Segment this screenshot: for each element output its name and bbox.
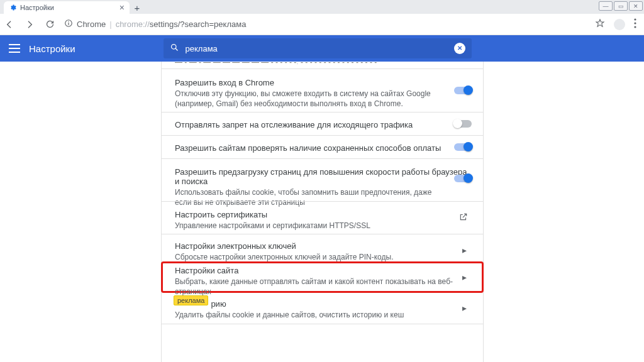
site-info-icon[interactable] (64, 19, 73, 30)
menu-icon[interactable] (634, 18, 636, 30)
toggle-chrome-signin[interactable] (454, 87, 472, 94)
row-chrome-signin-desc: Отключив эту функцию, вы сможете входить… (175, 89, 439, 109)
toggle-payments[interactable] (454, 143, 472, 151)
svg-point-3 (634, 18, 636, 20)
row-dnt-title: Отправлять запрет на отслеживание для ис… (175, 120, 470, 129)
toggle-preload[interactable] (454, 175, 472, 182)
window-minimize-icon[interactable]: — (599, 1, 613, 11)
page-title: Настройки (29, 43, 75, 54)
tab-title: Настройки (20, 4, 54, 11)
row-clear-title-suffix: рию (211, 299, 226, 309)
row-certs-title: Настроить сертификаты (175, 210, 470, 219)
chevron-right-icon: ▸ (462, 245, 467, 255)
row-preload-desc: Использовать файлы cookie, чтобы запомни… (175, 187, 439, 207)
star-icon[interactable] (595, 18, 605, 30)
addr-url: chrome://settings/?search=реклама (116, 19, 247, 29)
toggle-dnt[interactable] (454, 120, 472, 128)
external-link-icon (459, 212, 468, 223)
tab-bar: Настройки × + (0, 0, 644, 14)
row-clear-data[interactable]: реклама рию Удалить файлы cookie и данны… (175, 299, 470, 320)
window-close-icon[interactable]: ✕ (629, 1, 643, 11)
clear-search-button[interactable]: ✕ (454, 43, 465, 54)
reload-button[interactable] (44, 19, 55, 30)
row-site-settings[interactable]: Настройки сайта Выбрать, какие данные от… (175, 266, 470, 297)
row-payments-title: Разрешить сайтам проверять наличие сохра… (175, 143, 470, 153)
row-keys-title: Настройки электронных ключей (175, 241, 470, 251)
addr-prefix: Chrome (77, 19, 106, 29)
svg-point-6 (171, 45, 176, 50)
address-bar[interactable]: Chrome | chrome://settings/?search=рекла… (64, 19, 586, 30)
search-icon (170, 43, 179, 54)
row-truncated-desc: — - — - — — — — — — — - - - - - -, - - -… (175, 58, 470, 64)
row-keys-desc: Сбросьте настройки электронных ключей и … (175, 252, 470, 262)
svg-rect-1 (68, 23, 69, 25)
search-input[interactable] (186, 44, 448, 53)
chevron-right-icon: ▸ (462, 272, 467, 282)
search-highlight-badge: реклама (174, 295, 208, 305)
svg-rect-2 (68, 21, 69, 22)
row-clear-desc: Удалить файлы cookie и данные сайтов, оч… (175, 310, 470, 320)
row-certs[interactable]: Настроить сертификаты Управление настрой… (175, 210, 470, 231)
svg-point-5 (634, 26, 636, 28)
back-button[interactable] (4, 19, 15, 30)
tab-close-icon[interactable]: × (119, 3, 125, 12)
browser-toolbar: Chrome | chrome://settings/?search=рекла… (0, 14, 644, 35)
svg-point-4 (634, 22, 636, 24)
row-chrome-signin-title: Разрешить вход в Chrome (175, 78, 470, 87)
row-site-title: Настройки сайта (175, 266, 470, 275)
row-preload-title: Разрешить предзагрузку страниц для повыш… (175, 167, 470, 186)
row-keys[interactable]: Настройки электронных ключей Сбросьте на… (175, 241, 470, 262)
profile-avatar[interactable] (614, 19, 625, 30)
hamburger-menu-button[interactable] (0, 44, 29, 53)
settings-content: — - — - — — — — — — — - - - - - -, - - -… (0, 62, 644, 362)
forward-button[interactable] (24, 19, 35, 30)
new-tab-button[interactable]: + (130, 1, 145, 14)
chevron-right-icon: ▸ (462, 303, 467, 313)
row-certs-desc: Управление настройками и сертификатами H… (175, 221, 470, 231)
settings-search[interactable]: ✕ (164, 38, 472, 58)
row-site-desc: Выбрать, какие данные отправлять сайтам … (175, 277, 470, 297)
gear-icon (9, 4, 16, 11)
window-maximize-icon[interactable]: ▭ (614, 1, 628, 11)
browser-tab-settings[interactable]: Настройки × (4, 1, 130, 14)
